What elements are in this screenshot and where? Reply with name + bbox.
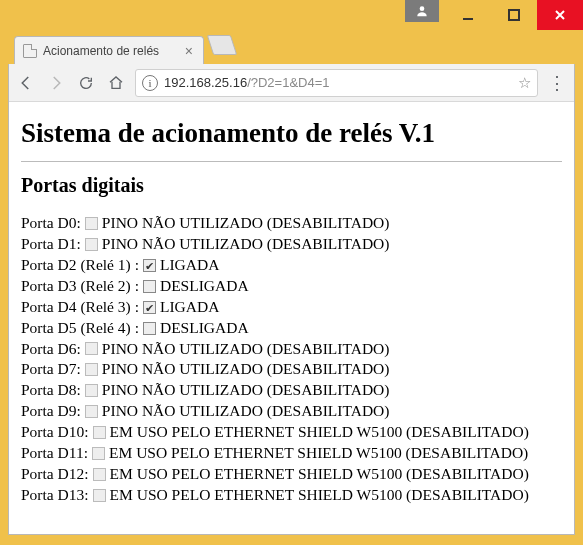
port-label: Porta D5 (Relé 4) :	[21, 318, 139, 339]
port-checkbox[interactable]	[143, 301, 156, 314]
port-status: PINO NÃO UTILIZADO (DESABILITADO)	[102, 339, 390, 360]
browser-window: Acionamento de relés × i 192.168.25.16/?…	[8, 30, 575, 535]
tab-strip: Acionamento de relés ×	[8, 30, 575, 64]
port-row: Porta D6: PINO NÃO UTILIZADO (DESABILITA…	[21, 339, 562, 360]
port-status: DESLIGADA	[160, 276, 249, 297]
port-checkbox	[93, 489, 106, 502]
tab-title: Acionamento de relés	[43, 44, 159, 58]
divider	[21, 161, 562, 162]
file-icon	[23, 44, 37, 58]
port-row: Porta D7: PINO NÃO UTILIZADO (DESABILITA…	[21, 359, 562, 380]
port-status: PINO NÃO UTILIZADO (DESABILITADO)	[102, 401, 390, 422]
port-label: Porta D1:	[21, 234, 81, 255]
port-label: Porta D2 (Relé 1) :	[21, 255, 139, 276]
port-label: Porta D7:	[21, 359, 81, 380]
port-label: Porta D11:	[21, 443, 88, 464]
port-row: Porta D9: PINO NÃO UTILIZADO (DESABILITA…	[21, 401, 562, 422]
port-checkbox	[85, 405, 98, 418]
port-row: Porta D13: EM USO PELO ETHERNET SHIELD W…	[21, 485, 562, 506]
browser-menu-button[interactable]: ⋮	[546, 72, 568, 94]
site-info-icon[interactable]: i	[142, 75, 158, 91]
port-row: Porta D10: EM USO PELO ETHERNET SHIELD W…	[21, 422, 562, 443]
port-status: LIGADA	[160, 255, 219, 276]
port-row: Porta D1: PINO NÃO UTILIZADO (DESABILITA…	[21, 234, 562, 255]
port-label: Porta D4 (Relé 3) :	[21, 297, 139, 318]
port-status: EM USO PELO ETHERNET SHIELD W5100 (DESAB…	[110, 464, 529, 485]
svg-point-0	[420, 6, 425, 11]
url-host: 192.168.25.16	[164, 75, 247, 90]
port-status: DESLIGADA	[160, 318, 249, 339]
port-status: PINO NÃO UTILIZADO (DESABILITADO)	[102, 213, 390, 234]
port-status: PINO NÃO UTILIZADO (DESABILITADO)	[102, 234, 390, 255]
port-label: Porta D8:	[21, 380, 81, 401]
port-status: PINO NÃO UTILIZADO (DESABILITADO)	[102, 380, 390, 401]
bookmark-star-icon[interactable]: ☆	[518, 74, 531, 92]
port-label: Porta D3 (Relé 2) :	[21, 276, 139, 297]
port-checkbox	[93, 468, 106, 481]
url-path: /?D2=1&D4=1	[247, 75, 329, 90]
port-label: Porta D10:	[21, 422, 89, 443]
page-content: Sistema de acionamento de relés V.1 Port…	[9, 102, 574, 534]
port-status: PINO NÃO UTILIZADO (DESABILITADO)	[102, 359, 390, 380]
port-checkbox	[93, 426, 106, 439]
port-label: Porta D0:	[21, 213, 81, 234]
port-status: EM USO PELO ETHERNET SHIELD W5100 (DESAB…	[109, 443, 528, 464]
url-text: 192.168.25.16/?D2=1&D4=1	[164, 75, 330, 90]
port-row: Porta D11: EM USO PELO ETHERNET SHIELD W…	[21, 443, 562, 464]
port-checkbox	[92, 447, 105, 460]
port-row: Porta D5 (Relé 4) : DESLIGADA	[21, 318, 562, 339]
port-status: LIGADA	[160, 297, 219, 318]
port-status: EM USO PELO ETHERNET SHIELD W5100 (DESAB…	[110, 485, 529, 506]
port-checkbox[interactable]	[143, 322, 156, 335]
port-row: Porta D3 (Relé 2) : DESLIGADA	[21, 276, 562, 297]
browser-toolbar: i 192.168.25.16/?D2=1&D4=1 ☆ ⋮	[9, 64, 574, 102]
window-titlebar	[0, 0, 583, 30]
port-row: Porta D12: EM USO PELO ETHERNET SHIELD W…	[21, 464, 562, 485]
port-label: Porta D6:	[21, 339, 81, 360]
port-checkbox	[85, 342, 98, 355]
port-row: Porta D0: PINO NÃO UTILIZADO (DESABILITA…	[21, 213, 562, 234]
tab-close-icon[interactable]: ×	[185, 44, 193, 58]
port-row: Porta D2 (Relé 1) : LIGADA	[21, 255, 562, 276]
window-close-button[interactable]	[537, 0, 583, 30]
port-checkbox	[85, 217, 98, 230]
window-maximize-button[interactable]	[491, 0, 537, 30]
port-list: Porta D0: PINO NÃO UTILIZADO (DESABILITA…	[21, 213, 562, 506]
port-checkbox[interactable]	[143, 280, 156, 293]
port-label: Porta D9:	[21, 401, 81, 422]
port-label: Porta D12:	[21, 464, 89, 485]
back-button[interactable]	[15, 72, 37, 94]
port-label: Porta D13:	[21, 485, 89, 506]
reload-button[interactable]	[75, 72, 97, 94]
forward-button[interactable]	[45, 72, 67, 94]
svg-rect-1	[463, 18, 473, 20]
svg-rect-2	[509, 10, 519, 20]
section-title: Portas digitais	[21, 174, 562, 197]
window-minimize-button[interactable]	[445, 0, 491, 30]
port-status: EM USO PELO ETHERNET SHIELD W5100 (DESAB…	[110, 422, 529, 443]
port-checkbox	[85, 238, 98, 251]
port-checkbox	[85, 384, 98, 397]
new-tab-button[interactable]	[207, 35, 237, 55]
port-row: Porta D8: PINO NÃO UTILIZADO (DESABILITA…	[21, 380, 562, 401]
browser-tab[interactable]: Acionamento de relés ×	[14, 36, 204, 64]
port-checkbox[interactable]	[143, 259, 156, 272]
address-bar[interactable]: i 192.168.25.16/?D2=1&D4=1 ☆	[135, 69, 538, 97]
page-title: Sistema de acionamento de relés V.1	[21, 118, 562, 149]
port-row: Porta D4 (Relé 3) : LIGADA	[21, 297, 562, 318]
home-button[interactable]	[105, 72, 127, 94]
user-icon[interactable]	[405, 0, 439, 22]
port-checkbox	[85, 363, 98, 376]
